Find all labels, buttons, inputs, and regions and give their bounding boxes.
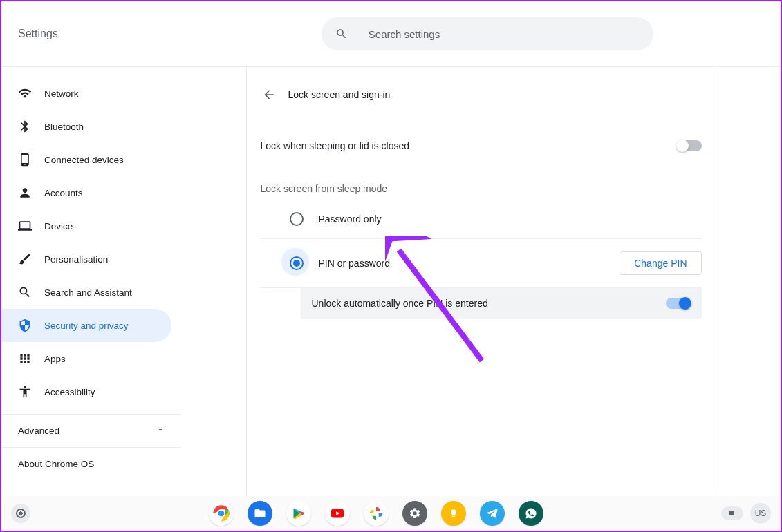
sidebar-item-apps[interactable]: Apps bbox=[1, 342, 171, 375]
sidebar-item-device[interactable]: Device bbox=[1, 209, 171, 243]
sidebar-item-label: Network bbox=[44, 88, 79, 99]
change-pin-button[interactable]: Change PIN bbox=[620, 251, 701, 275]
radio-pin-label: PIN or password bbox=[319, 258, 390, 269]
arrow-back-icon bbox=[262, 88, 276, 102]
laptop-icon bbox=[18, 219, 32, 233]
sidebar-item-label: Bluetooth bbox=[44, 122, 84, 132]
back-button[interactable] bbox=[261, 86, 277, 103]
sidebar-about[interactable]: About Chrome OS bbox=[1, 447, 181, 480]
shelf-app-photos[interactable] bbox=[364, 501, 389, 526]
phone-icon bbox=[18, 153, 32, 167]
status-tray[interactable] bbox=[721, 506, 743, 520]
sidebar-item-accessibility[interactable]: Accessibility bbox=[1, 375, 171, 408]
sidebar-item-label: Security and privacy bbox=[44, 321, 129, 331]
person-icon bbox=[18, 186, 32, 200]
search-icon bbox=[18, 285, 32, 299]
shelf-app-telegram[interactable] bbox=[480, 501, 505, 526]
sidebar-item-search-assistant[interactable]: Search and Assistant bbox=[1, 276, 171, 309]
app-title: Settings bbox=[18, 28, 58, 40]
sidebar-item-label: Connected devices bbox=[44, 155, 124, 165]
wifi-icon bbox=[18, 86, 32, 100]
shelf-app-whatsapp[interactable] bbox=[519, 501, 543, 526]
chevron-down-icon bbox=[156, 426, 165, 436]
shelf-app-keep[interactable] bbox=[441, 501, 466, 526]
lock-sleep-label: Lock when sleeping or lid is closed bbox=[261, 140, 410, 151]
launcher-button[interactable] bbox=[11, 504, 30, 523]
lock-from-sleep-heading: Lock screen from sleep mode bbox=[261, 183, 702, 194]
lock-sleep-toggle[interactable] bbox=[677, 140, 702, 151]
sidebar-advanced[interactable]: Advanced bbox=[1, 414, 181, 447]
shelf: US bbox=[3, 496, 779, 531]
search-input[interactable] bbox=[369, 28, 640, 40]
accessibility-icon bbox=[18, 385, 32, 399]
search-box[interactable] bbox=[322, 17, 653, 50]
sidebar-nav: Network Bluetooth Connected devices Acco… bbox=[1, 67, 181, 496]
auto-unlock-toggle[interactable] bbox=[666, 298, 691, 309]
sidebar-item-security[interactable]: Security and privacy bbox=[1, 309, 171, 342]
radio-password-only[interactable]: Password only bbox=[261, 200, 702, 239]
sidebar-item-personalisation[interactable]: Personalisation bbox=[1, 243, 171, 276]
radio-password-label: Password only bbox=[319, 213, 382, 225]
bluetooth-icon bbox=[18, 120, 32, 133]
shield-icon bbox=[18, 319, 32, 332]
shelf-app-playstore[interactable] bbox=[286, 501, 311, 526]
radio-icon bbox=[290, 212, 304, 226]
sidebar-item-label: Apps bbox=[44, 354, 66, 364]
sidebar-item-accounts[interactable]: Accounts bbox=[1, 176, 171, 209]
svg-point-3 bbox=[218, 511, 223, 516]
radio-pin-or-password[interactable]: PIN or password Change PIN bbox=[261, 239, 702, 288]
radio-icon-selected bbox=[290, 256, 304, 270]
sidebar-item-bluetooth[interactable]: Bluetooth bbox=[1, 110, 171, 143]
keyboard-indicator[interactable]: US bbox=[750, 503, 771, 524]
sidebar-item-connected-devices[interactable]: Connected devices bbox=[1, 143, 171, 176]
shelf-app-youtube[interactable] bbox=[325, 501, 350, 526]
sidebar-item-label: Search and Assistant bbox=[44, 287, 132, 298]
sidebar-item-label: Personalisation bbox=[44, 254, 108, 265]
sidebar-item-network[interactable]: Network bbox=[1, 77, 171, 110]
shelf-app-chrome[interactable] bbox=[209, 501, 234, 526]
brush-icon bbox=[18, 252, 32, 266]
search-icon bbox=[335, 27, 348, 41]
shelf-app-files[interactable] bbox=[248, 501, 272, 526]
sidebar-item-label: Accounts bbox=[44, 188, 83, 198]
auto-unlock-label: Unlock automatically once PIN is entered bbox=[312, 298, 488, 309]
svg-rect-6 bbox=[729, 511, 734, 515]
sidebar-item-label: Accessibility bbox=[44, 387, 95, 397]
sidebar-advanced-label: Advanced bbox=[18, 426, 59, 436]
shelf-app-settings[interactable] bbox=[402, 501, 427, 526]
page-title: Lock screen and sign-in bbox=[288, 89, 391, 100]
apps-icon bbox=[18, 352, 32, 365]
sidebar-item-label: Device bbox=[44, 221, 73, 231]
